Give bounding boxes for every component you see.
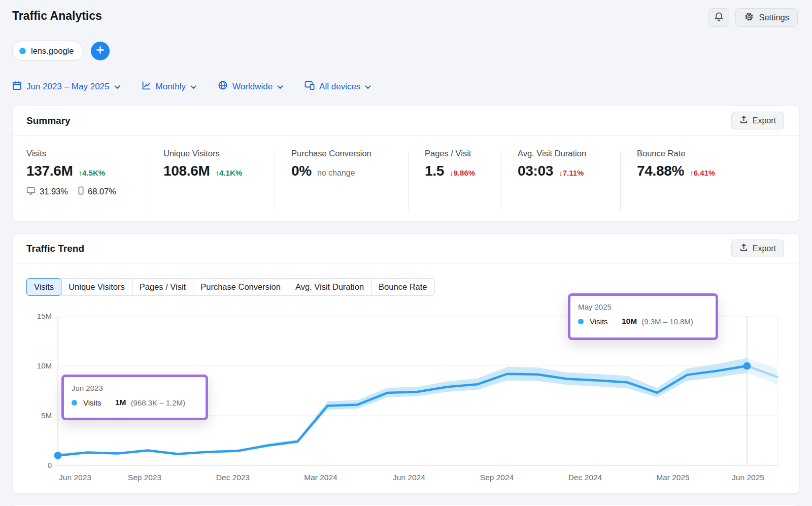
metric-label: Bounce Rate [637, 149, 799, 158]
trend-title: Traffic Trend [26, 243, 84, 254]
metric-change: ↑4.5K% [79, 168, 106, 177]
traffic-trend-card: Traffic Trend Export Visits Unique Visit… [12, 233, 800, 494]
metric-value: 108.6M [163, 163, 210, 179]
svg-text:Dec 2024: Dec 2024 [568, 473, 602, 482]
tooltip-value: 10M [622, 317, 637, 326]
tooltip-series-name: Visits [590, 317, 622, 326]
granularity-label: Monthly [156, 82, 186, 92]
export-icon [739, 115, 748, 126]
chart-tooltip-jun-2023: Jun 2023 Visits 1M (968.3K – 1.2M) [61, 375, 208, 420]
metric-label: Avg. Visit Duration [518, 149, 620, 158]
metric-purchase-conversion: Purchase Conversion 0% no change [275, 149, 408, 211]
add-domain-button[interactable] [91, 42, 110, 60]
chevron-down-icon [277, 82, 283, 92]
bell-icon [714, 12, 724, 23]
svg-text:Sep 2024: Sep 2024 [480, 473, 514, 482]
calendar-icon [12, 81, 22, 93]
metric-change: no change [317, 168, 355, 178]
region-label: Worldwide [232, 82, 273, 92]
svg-text:Mar 2024: Mar 2024 [304, 473, 337, 482]
metric-value: 0% [291, 163, 312, 179]
tab-bounce-rate[interactable]: Bounce Rate [371, 278, 434, 296]
summary-card-header: Summary Export [13, 106, 799, 136]
tab-pages-per-visit[interactable]: Pages / Visit [132, 278, 193, 296]
export-icon [739, 243, 748, 254]
tooltip-series-name: Visits [83, 398, 115, 407]
metric-bounce-rate: Bounce Rate 74.88% ↑6.41% [621, 149, 799, 211]
metric-value: 137.6M [26, 163, 73, 179]
series-dot-icon [72, 400, 77, 406]
topbar-actions: Settings [708, 8, 798, 27]
tooltip-value: 1M [115, 398, 126, 407]
tab-avg-visit-duration[interactable]: Avg. Visit Duration [288, 278, 371, 296]
trend-export-button[interactable]: Export [731, 240, 784, 257]
date-range-label: Jun 2023 – May 2025 [26, 82, 110, 92]
region-filter[interactable]: Worldwide [218, 80, 283, 93]
metric-label: Visits [26, 149, 147, 158]
svg-text:5M: 5M [41, 411, 52, 420]
trend-export-label: Export [753, 244, 776, 253]
metric-change: ↑6.41% [690, 168, 715, 177]
tab-purchase-conversion[interactable]: Purchase Conversion [193, 278, 288, 296]
page-title: Traffic Analytics [12, 9, 102, 23]
series-dot-icon [578, 319, 584, 324]
metric-unique-visitors: Unique Visitors 108.6M ↑4.1K% [147, 149, 275, 211]
notifications-button[interactable] [708, 8, 729, 27]
metric-pages-per-visit: Pages / Visit 1.5 ↓9.86% [409, 149, 501, 211]
mobile-icon [78, 186, 84, 197]
domain-chip-label: lens.google [31, 46, 74, 56]
chevron-down-icon [190, 82, 196, 92]
chevron-down-icon [114, 82, 120, 92]
metric-avg-visit-duration: Avg. Visit Duration 03:03 ↓7.11% [501, 149, 620, 211]
summary-export-button[interactable]: Export [731, 112, 784, 129]
chevron-down-icon [365, 82, 371, 92]
tab-unique-visitors[interactable]: Unique Visitors [61, 278, 132, 296]
desktop-icon [26, 187, 36, 197]
next-card-top-edge [12, 504, 800, 506]
trend-metric-tabs: Visits Unique Visitors Pages / Visit Pur… [26, 278, 435, 296]
devices-label: All devices [319, 82, 360, 92]
domain-chip[interactable]: lens.google [12, 41, 83, 61]
metric-label: Pages / Visit [425, 149, 501, 158]
settings-button[interactable]: Settings [735, 8, 798, 27]
metric-value: 1.5 [425, 163, 444, 179]
settings-label: Settings [759, 13, 789, 22]
metric-value: 74.88% [637, 163, 684, 179]
svg-text:Jun 2025: Jun 2025 [732, 473, 764, 482]
metric-change: ↑4.1K% [216, 168, 243, 177]
gear-icon [744, 12, 754, 24]
metric-label: Unique Visitors [163, 149, 275, 158]
date-range-filter[interactable]: Jun 2023 – May 2025 [12, 81, 120, 93]
trend-card-header: Traffic Trend Export [13, 234, 799, 263]
desktop-share: 31.93% [40, 187, 68, 196]
svg-text:0: 0 [48, 461, 52, 469]
svg-text:10M: 10M [37, 361, 52, 370]
device-split: 31.93% 68.07% [26, 186, 147, 197]
mobile-share: 68.07% [88, 187, 116, 196]
line-chart-icon [142, 81, 151, 93]
tooltip-range: (9.3M – 10.8M) [641, 317, 693, 326]
tooltip-range: (968.3K – 1.2M) [131, 398, 186, 407]
traffic-analytics-page: Traffic Analytics Settings lens.google [0, 0, 812, 506]
metric-visits: Visits 137.6M ↑4.5K% 31.93% [13, 149, 147, 211]
tab-visits[interactable]: Visits [26, 278, 61, 296]
devices-icon [304, 81, 315, 93]
chart-tooltip-may-2025: May 2025 Visits 10M (9.3M – 10.8M) [568, 293, 718, 340]
metric-change: ↓9.86% [450, 168, 475, 177]
metric-label: Purchase Conversion [291, 149, 408, 158]
summary-metrics-row: Visits 137.6M ↑4.5K% 31.93% [13, 136, 799, 211]
granularity-filter[interactable]: Monthly [142, 81, 197, 93]
svg-text:Mar 2025: Mar 2025 [656, 473, 689, 482]
metric-change: ↓7.11% [559, 168, 584, 177]
domain-chip-row: lens.google [12, 41, 110, 61]
devices-filter[interactable]: All devices [304, 81, 371, 93]
svg-text:15M: 15M [37, 312, 52, 320]
tooltip-date: May 2025 [578, 302, 708, 311]
globe-icon [218, 80, 228, 93]
summary-export-label: Export [753, 116, 776, 125]
svg-text:Dec 2023: Dec 2023 [216, 473, 250, 482]
tooltip-date: Jun 2023 [72, 384, 198, 392]
summary-title: Summary [26, 115, 71, 126]
plus-icon [96, 46, 105, 56]
filter-row: Jun 2023 – May 2025 Monthly Worldwide [12, 80, 371, 93]
